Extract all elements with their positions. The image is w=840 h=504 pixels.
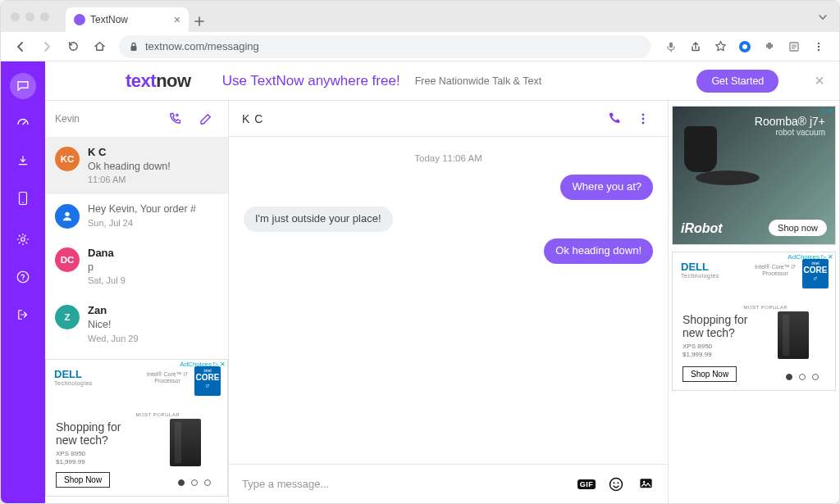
dell-headline: Shopping fornew tech? — [56, 420, 121, 447]
promo-cta-button[interactable]: Get Started — [696, 70, 778, 93]
conversation-list-header: Kevin — [45, 101, 228, 137]
nav-help-icon[interactable] — [11, 265, 35, 289]
roomba-title: Roomba® j7+ robot vacuum — [755, 115, 825, 137]
conversation-name: Dana — [88, 246, 126, 261]
conversation-preview: Ok heading down! — [88, 160, 171, 174]
nav-speed-icon[interactable] — [11, 111, 35, 135]
conversation-time: Wed, Jun 29 — [88, 333, 139, 345]
chat-pane: K C Today 11:06 AM Where you at? — [229, 101, 669, 503]
roomba-shop-button[interactable]: Shop now — [769, 220, 827, 236]
chat-messages: Today 11:06 AM Where you at? I'm just ou… — [229, 137, 668, 464]
reading-list-icon[interactable] — [782, 35, 806, 58]
promo-banner: textnow Use TextNow anywhere free! Free … — [45, 61, 839, 101]
browser-window: TextNow × textnow.com/messaging — [0, 0, 840, 504]
dell-shop-button[interactable]: Shop Now — [56, 472, 110, 488]
carousel-dots[interactable] — [786, 374, 819, 380]
traffic-close[interactable] — [11, 12, 20, 21]
dell-meta: XPS 8950$1,999.99 — [56, 450, 85, 467]
message-bubble-out: Ok heading down! — [544, 238, 653, 264]
chat-header: K C — [229, 101, 668, 137]
promo-close-icon[interactable]: × — [815, 71, 824, 90]
tab-favicon — [74, 14, 85, 25]
bookmark-star-icon[interactable] — [708, 35, 733, 58]
dell-headline: Shopping fornew tech? — [682, 313, 747, 339]
new-call-icon[interactable] — [162, 107, 187, 131]
svg-point-12 — [642, 113, 645, 116]
message-input[interactable] — [240, 477, 568, 491]
svg-point-10 — [22, 279, 23, 280]
intel-badge-icon: intel CORE i7 — [194, 366, 221, 396]
intel-badge-icon: intel CORE i7 — [802, 259, 829, 288]
url-field[interactable]: textnow.com/messaging — [119, 35, 651, 58]
avatar: KC — [55, 147, 80, 171]
conversation-item[interactable]: Z Zan Nice! Wed, Jun 29 — [45, 295, 228, 352]
ad-dell-right[interactable]: AdChoices▷✕ DELLTechnologies Intel® Core… — [672, 252, 836, 391]
traffic-zoom[interactable] — [40, 12, 49, 21]
new-tab-button[interactable] — [189, 11, 210, 32]
extensions-icon[interactable] — [757, 35, 782, 58]
mic-icon[interactable] — [659, 35, 683, 58]
nav-forward-icon[interactable] — [35, 35, 58, 58]
svg-point-17 — [618, 482, 619, 484]
svg-point-16 — [614, 482, 615, 484]
svg-point-13 — [642, 117, 645, 120]
overflow-menu-icon[interactable] — [806, 35, 831, 58]
nav-reload-icon[interactable] — [62, 35, 84, 58]
app-body: textnow Use TextNow anywhere free! Free … — [1, 61, 839, 503]
ad-rail: ▷✕ Roomba® j7+ robot vacuum iRobot Shop … — [669, 101, 839, 503]
dell-shop-button[interactable]: Shop Now — [682, 366, 737, 382]
svg-point-11 — [65, 212, 69, 216]
profile-indicator-icon[interactable] — [733, 35, 757, 58]
gif-icon[interactable]: GIF — [576, 474, 597, 495]
attach-image-icon[interactable] — [635, 474, 656, 495]
main-content: textnow Use TextNow anywhere free! Free … — [45, 61, 839, 503]
svg-rect-0 — [131, 46, 137, 51]
address-bar: textnow.com/messaging — [1, 32, 839, 61]
chat-day-separator: Today 11:06 AM — [244, 153, 653, 163]
conversation-item[interactable]: KC K C Ok heading down! 11:06 AM — [45, 137, 228, 194]
roomba-dock-illustration — [684, 126, 717, 172]
roomba-vacuum-illustration — [696, 170, 760, 185]
tab-overflow-icon[interactable] — [818, 12, 828, 22]
call-icon[interactable] — [602, 107, 625, 130]
intel-caption: Intel® Core™ i7Processor — [755, 264, 796, 276]
nav-home-icon[interactable] — [88, 35, 111, 58]
emoji-icon[interactable] — [605, 474, 627, 495]
traffic-minimize[interactable] — [25, 12, 34, 21]
promo-headline: Use TextNow anywhere free! — [222, 73, 400, 89]
tab-title: TextNow — [90, 14, 128, 25]
chat-title: K C — [242, 112, 263, 125]
columns: Kevin KC K C Ok heading down! — [45, 101, 839, 503]
toolbar-right — [659, 35, 831, 58]
adchoices-badge[interactable]: ▷✕ — [821, 107, 833, 115]
nav-messages-icon[interactable] — [10, 73, 36, 99]
dell-popular-label: MOST POPULAR — [135, 412, 180, 417]
conversation-item[interactable]: Hey Kevin, Your order # Sun, Jul 24 — [45, 194, 228, 238]
ad-dell-left[interactable]: AdChoices▷✕ DELLTechnologies Intel® Core… — [45, 359, 228, 497]
compose-icon[interactable] — [194, 107, 218, 131]
share-icon[interactable] — [683, 35, 708, 58]
window-traffic-lights — [11, 12, 49, 21]
chat-more-icon[interactable] — [632, 107, 655, 130]
tab-close-icon[interactable]: × — [174, 14, 180, 25]
nav-settings-icon[interactable] — [11, 227, 35, 252]
nav-phone-icon[interactable] — [11, 186, 35, 211]
carousel-dots[interactable] — [178, 479, 211, 486]
svg-rect-1 — [669, 42, 673, 48]
nav-back-icon[interactable] — [9, 35, 32, 58]
message-bubble-out: Where you at? — [560, 175, 653, 200]
nav-logout-icon[interactable] — [11, 302, 35, 327]
svg-point-14 — [642, 121, 645, 124]
conversation-item[interactable]: DC Dana p Sat, Jul 9 — [45, 238, 228, 295]
brand-logo: textnow — [126, 70, 191, 92]
svg-point-8 — [21, 238, 25, 242]
conversation-preview: Hey Kevin, Your order # — [88, 202, 196, 216]
message-bubble-in: I'm just outside your place! — [244, 207, 393, 232]
url-text: textnow.com/messaging — [145, 40, 259, 52]
nav-download-icon[interactable] — [11, 148, 35, 173]
conversation-name: K C — [88, 145, 171, 160]
svg-point-3 — [818, 42, 819, 43]
browser-tab[interactable]: TextNow × — [66, 7, 189, 32]
svg-point-7 — [22, 202, 24, 204]
ad-roomba[interactable]: ▷✕ Roomba® j7+ robot vacuum iRobot Shop … — [672, 106, 836, 245]
